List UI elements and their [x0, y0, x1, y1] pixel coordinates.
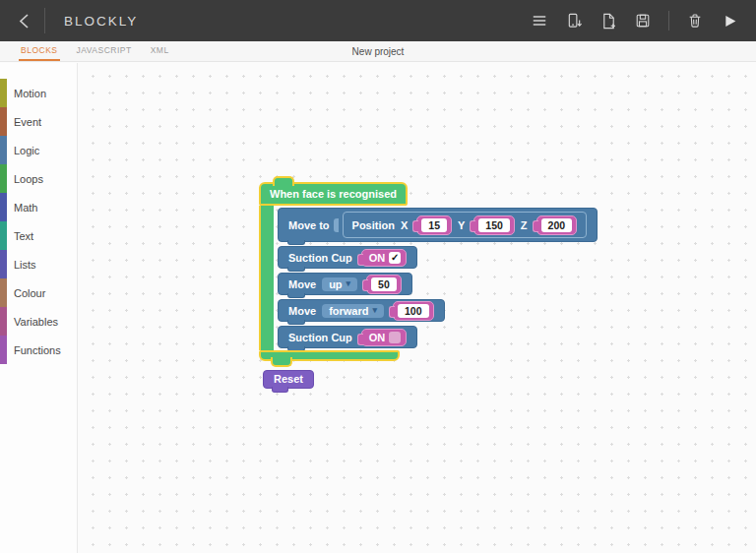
category-label: Colour: [14, 287, 45, 299]
block-move-forward[interactable]: Move forward ▾ 100: [278, 299, 445, 322]
distance-field[interactable]: 50: [371, 277, 397, 291]
value-block-x[interactable]: 15: [416, 215, 452, 235]
toolbox-sidebar: Motion Event Logic Loops Math Text: [0, 63, 77, 553]
sidebar-item-motion[interactable]: Motion: [0, 79, 77, 107]
value-field-x[interactable]: 15: [421, 218, 447, 232]
event-block-group[interactable]: When face is recognised Move to Position…: [259, 182, 598, 361]
event-block-label: When face is recognised: [270, 188, 397, 200]
block-label: Move: [288, 305, 316, 317]
category-label: Event: [14, 116, 41, 128]
header-toolbar: [531, 11, 738, 31]
tab-blocks[interactable]: BLOCKS: [19, 41, 60, 61]
menu-icon: [532, 13, 547, 29]
save-icon: [635, 13, 651, 29]
value-block-y[interactable]: 150: [473, 215, 515, 235]
event-block-footer: [259, 350, 400, 361]
tab-javascript[interactable]: JAVASCRIPT: [75, 41, 134, 61]
distance-value-block[interactable]: 100: [393, 301, 434, 321]
checkbox-unchecked-icon[interactable]: [389, 332, 401, 343]
block-suction-cup-off[interactable]: Suction Cup ON: [278, 326, 417, 348]
play-icon: [723, 14, 737, 29]
sidebar-item-logic[interactable]: Logic: [0, 136, 77, 164]
category-color-strip: [0, 278, 7, 307]
block-label: Move to: [288, 219, 330, 231]
statement-stack: Move to Position X 15 Y 150 Z 200 Suctio…: [274, 206, 598, 350]
sidebar-item-loops[interactable]: Loops: [0, 164, 77, 193]
dropdown-value: up: [329, 278, 342, 290]
param-name-x: X: [401, 219, 408, 231]
sidebar-item-math[interactable]: Math: [0, 193, 77, 221]
chevron-down-icon: ▾: [372, 306, 377, 315]
new-file-icon: [600, 13, 617, 30]
sidebar-item-text[interactable]: Text: [0, 221, 77, 250]
category-color-strip: [0, 79, 7, 107]
category-label: Math: [14, 202, 37, 214]
back-icon: [18, 13, 31, 30]
category-color-strip: [0, 307, 7, 336]
block-label: Move: [288, 278, 316, 290]
distance-field[interactable]: 100: [398, 304, 429, 318]
category-color-strip: [0, 221, 7, 250]
input-connector: [334, 218, 339, 232]
direction-dropdown[interactable]: up ▾: [322, 277, 357, 291]
sidebar-item-lists[interactable]: Lists: [0, 250, 77, 278]
category-label: Functions: [14, 344, 61, 356]
checkbox-checked-icon[interactable]: ✓: [389, 252, 401, 264]
block-reset[interactable]: Reset: [263, 370, 314, 389]
block-label: Suction Cup: [288, 252, 352, 264]
value-field-y[interactable]: 150: [478, 218, 510, 232]
block-label: Position: [352, 219, 395, 231]
block-move-up[interactable]: Move up ▾ 50: [278, 273, 412, 295]
category-label: Text: [14, 230, 33, 242]
new-file-button[interactable]: [599, 12, 617, 30]
block-move-to[interactable]: Move to Position X 15 Y 150 Z 200: [278, 208, 598, 242]
suction-state-block[interactable]: ON ✓: [361, 249, 408, 267]
tab-bar: BLOCKS JAVASCRIPT XML New project: [0, 41, 756, 62]
block-label: Suction Cup: [288, 332, 352, 343]
value-block-z[interactable]: 200: [536, 215, 578, 235]
direction-dropdown[interactable]: forward ▾: [322, 304, 384, 318]
category-color-strip: [0, 193, 7, 221]
category-color-strip: [0, 164, 7, 193]
trash-icon: [687, 13, 703, 29]
sidebar-item-functions[interactable]: Functions: [0, 336, 77, 364]
tab-xml[interactable]: XML: [149, 41, 171, 61]
block-position[interactable]: Position X 15 Y 150 Z 200: [343, 212, 588, 238]
category-color-strip: [0, 136, 7, 164]
event-block-spine: [259, 206, 274, 350]
delete-button[interactable]: [686, 12, 704, 30]
category-label: Variables: [14, 316, 58, 328]
header-divider: [44, 8, 45, 33]
category-label: Logic: [14, 145, 39, 156]
param-name-z: Z: [521, 219, 528, 231]
block-label: Reset: [274, 373, 303, 385]
category-color-strip: [0, 107, 7, 136]
category-label: Lists: [14, 259, 36, 271]
suction-state-label: ON: [366, 252, 386, 264]
back-button[interactable]: [13, 8, 34, 33]
sidebar-item-event[interactable]: Event: [0, 107, 77, 136]
category-color-strip: [0, 250, 7, 278]
suction-state-block[interactable]: ON: [361, 329, 408, 346]
category-list: Motion Event Logic Loops Math Text: [0, 79, 77, 364]
chevron-down-icon: ▾: [346, 279, 351, 288]
device-export-icon: [566, 13, 583, 30]
category-label: Motion: [14, 88, 46, 99]
sidebar-item-colour[interactable]: Colour: [0, 278, 77, 307]
run-button[interactable]: [721, 12, 738, 30]
category-color-strip: [0, 336, 7, 364]
sidebar-item-variables[interactable]: Variables: [0, 307, 77, 336]
value-field-z[interactable]: 200: [541, 218, 573, 232]
distance-value-block[interactable]: 50: [366, 275, 402, 294]
blockly-app: BLOCKLY: [0, 0, 756, 553]
toolbar-divider: [668, 11, 669, 31]
app-title: BLOCKLY: [64, 14, 138, 29]
block-suction-cup-on[interactable]: Suction Cup ON ✓: [278, 246, 417, 269]
download-to-device-button[interactable]: [565, 12, 583, 30]
menu-button[interactable]: [531, 12, 548, 30]
suction-state-label: ON: [366, 332, 386, 343]
event-block-header[interactable]: When face is recognised: [259, 182, 408, 206]
save-button[interactable]: [634, 12, 652, 30]
param-name-y: Y: [458, 219, 465, 231]
event-block-body: Move to Position X 15 Y 150 Z 200 Suctio…: [259, 206, 598, 350]
